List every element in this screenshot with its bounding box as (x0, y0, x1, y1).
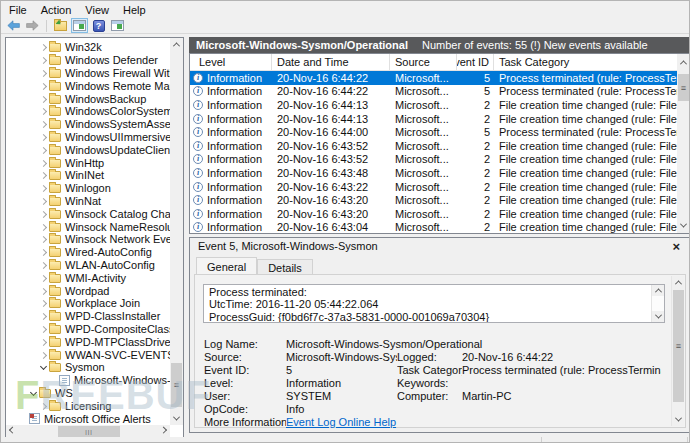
chevron-right-icon[interactable] (39, 298, 49, 308)
tree-item[interactable]: Winsock Network Event (6, 233, 170, 246)
tree-item[interactable]: Win32k (6, 41, 170, 54)
scroll-down-button[interactable] (672, 413, 684, 426)
tree-item[interactable]: WinINet (6, 169, 170, 182)
chevron-right-icon[interactable] (39, 196, 49, 206)
scroll-down-button[interactable] (170, 412, 183, 425)
event-log-online-help-link[interactable]: Event Log Online Help (286, 416, 396, 428)
scroll-up-button[interactable] (672, 276, 684, 289)
chevron-right-icon[interactable] (39, 247, 49, 257)
event-row[interactable]: iInformation20-Nov-16 6:43:04Microsoft..… (190, 221, 677, 233)
scroll-down-button[interactable] (677, 219, 690, 232)
chevron-right-icon[interactable] (39, 324, 49, 334)
chevron-right-icon[interactable] (39, 183, 49, 193)
menu-file[interactable]: File (2, 3, 34, 17)
event-row[interactable]: iInformation20-Nov-16 6:44:22Microsoft..… (190, 71, 677, 85)
event-row[interactable]: iInformation20-Nov-16 6:43:52Microsoft..… (190, 153, 677, 167)
description-scrollbar[interactable] (651, 285, 664, 322)
close-icon[interactable]: × (670, 240, 682, 253)
tree-item[interactable]: Wordpad (6, 284, 170, 297)
event-row[interactable]: iInformation20-Nov-16 6:43:52Microsoft..… (190, 139, 677, 153)
tree-item[interactable]: Sysmon (6, 361, 170, 374)
tree-item[interactable]: WindowsColorSystem (6, 105, 170, 118)
scroll-thumb[interactable]: ≡ (673, 290, 684, 402)
tree-item[interactable]: Windows Firewall With Adv (6, 67, 170, 80)
chevron-right-icon[interactable] (39, 94, 49, 104)
event-row[interactable]: iInformation20-Nov-16 6:44:13Microsoft..… (190, 112, 677, 126)
tree-item[interactable]: WindowsUpdateClient (6, 143, 170, 156)
tree-item[interactable]: WPD-MTPClassDriver (6, 335, 170, 348)
chevron-right-icon[interactable] (39, 158, 49, 168)
scroll-thumb[interactable]: ≡ (171, 363, 182, 407)
tree-item[interactable]: Winsock Catalog Change (6, 207, 170, 220)
event-row[interactable]: iInformation20-Nov-16 6:43:20Microsoft..… (190, 207, 677, 221)
event-row[interactable]: iInformation20-Nov-16 6:43:48Microsoft..… (190, 166, 677, 180)
chevron-right-icon[interactable] (39, 311, 49, 321)
chevron-right-icon[interactable] (39, 68, 49, 78)
chevron-right-icon[interactable] (39, 286, 49, 296)
show-action-pane-button[interactable] (109, 18, 126, 33)
help-button[interactable]: ? (90, 18, 107, 33)
details-vertical-scrollbar[interactable]: ≡ (671, 276, 684, 426)
open-saved-log-button[interactable] (52, 18, 69, 33)
column-header-event-id[interactable]: Event ID (457, 54, 494, 70)
chevron-right-icon[interactable] (39, 81, 49, 91)
scroll-down-button[interactable] (652, 311, 664, 322)
tree-item[interactable]: WPD-CompositeClassDrive (6, 323, 170, 336)
scroll-up-button[interactable] (170, 38, 183, 51)
chevron-down-icon[interactable] (29, 388, 39, 398)
scroll-up-button[interactable] (652, 285, 664, 296)
tree-item[interactable]: Licensing (6, 399, 170, 412)
tree-vertical-scrollbar[interactable]: ≡ (170, 38, 183, 425)
show-console-tree-button[interactable] (71, 18, 88, 33)
chevron-right-icon[interactable] (39, 119, 49, 129)
chevron-right-icon[interactable] (39, 222, 49, 232)
tab-details[interactable]: Details (257, 259, 313, 274)
scroll-up-button[interactable] (677, 56, 690, 69)
event-row[interactable]: iInformation20-Nov-16 6:44:13Microsoft..… (190, 98, 677, 112)
tree-item[interactable]: Windows Remote Manager (6, 79, 170, 92)
chevron-right-icon[interactable] (39, 260, 49, 270)
scroll-thumb[interactable]: ||| (58, 426, 120, 437)
chevron-right-icon[interactable] (39, 55, 49, 65)
chevron-right-icon[interactable] (39, 337, 49, 347)
event-description-box[interactable]: Process terminated: UtcTime: 2016-11-20 … (203, 284, 665, 323)
chevron-right-icon[interactable] (39, 350, 49, 360)
tree-item[interactable]: Workplace Join (6, 297, 170, 310)
chevron-right-icon[interactable] (39, 106, 49, 116)
tab-general[interactable]: General (196, 257, 257, 274)
chevron-right-icon[interactable] (39, 145, 49, 155)
forward-button[interactable] (24, 18, 41, 33)
tree-item[interactable]: WS (6, 387, 170, 400)
tree-item[interactable]: WinNat (6, 195, 170, 208)
event-row[interactable]: iInformation20-Nov-16 6:44:22Microsoft..… (190, 85, 677, 99)
chevron-right-icon[interactable] (39, 273, 49, 283)
tree-item[interactable]: Microsoft-Windows-Sys (6, 374, 170, 387)
tree-item[interactable]: WPD-ClassInstaller (6, 310, 170, 323)
scroll-thumb[interactable]: ≡ (678, 74, 689, 101)
event-row[interactable]: iInformation20-Nov-16 6:44:00Microsoft..… (190, 125, 677, 139)
tree-item[interactable]: WMI-Activity (6, 271, 170, 284)
tree-item[interactable]: Winlogon (6, 182, 170, 195)
menu-help[interactable]: Help (116, 3, 153, 17)
column-header-source[interactable]: Source (390, 54, 457, 70)
tree-item[interactable]: WLAN-AutoConfig (6, 259, 170, 272)
tree-item[interactable]: Winsock NameResolution Ev (6, 220, 170, 233)
column-header-date-and-time[interactable]: Date and Time (272, 54, 390, 70)
tree-item[interactable]: WindowsSystemAssessmen (6, 118, 170, 131)
chevron-right-icon[interactable] (39, 170, 49, 180)
event-row[interactable]: iInformation20-Nov-16 6:43:20Microsoft..… (190, 193, 677, 207)
menu-view[interactable]: View (78, 3, 116, 17)
column-header-task-category[interactable]: Task Category (494, 54, 677, 70)
back-button[interactable] (5, 18, 22, 33)
tree-item[interactable]: WWAN-SVC-EVENTS (6, 348, 170, 361)
chevron-down-icon[interactable] (39, 362, 49, 372)
tree-item[interactable]: WindowsUIImmersive (6, 131, 170, 144)
menu-action[interactable]: Action (34, 3, 79, 17)
chevron-right-icon[interactable] (39, 42, 49, 52)
list-vertical-scrollbar[interactable]: ≡ (677, 54, 690, 233)
tree-item[interactable]: Windows Defender (6, 54, 170, 67)
chevron-right-icon[interactable] (39, 132, 49, 142)
event-row[interactable]: iInformation20-Nov-16 6:43:22Microsoft..… (190, 180, 677, 194)
tree-item[interactable]: WindowsBackup (6, 92, 170, 105)
tree-item[interactable]: Microsoft Office Alerts (6, 412, 170, 425)
